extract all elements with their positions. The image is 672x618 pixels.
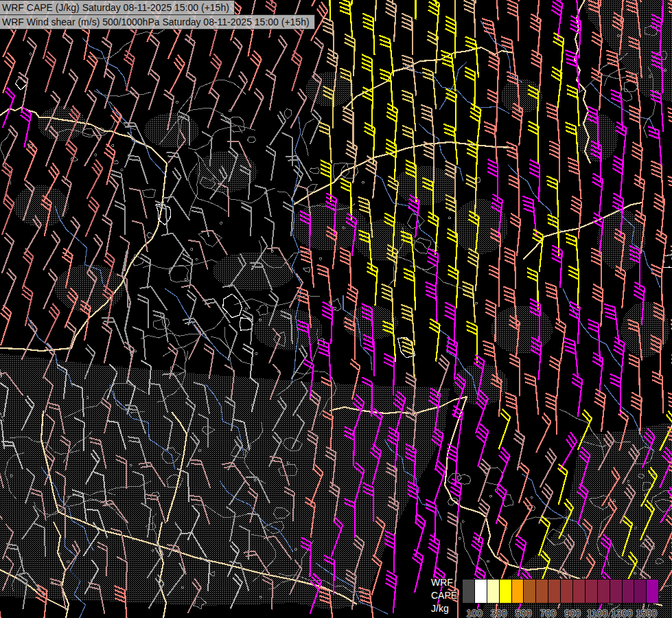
- legend-tick-label: 900: [564, 608, 580, 618]
- legend-tick-label: 1300: [611, 608, 632, 618]
- title-bar: WRF CAPE (J/kg) Saturday 08-11-2025 15:0…: [0, 0, 315, 30]
- title-line-cape: WRF CAPE (J/kg) Saturday 08-11-2025 15:0…: [0, 0, 235, 15]
- legend-tick-label: 100: [466, 608, 482, 618]
- legend-tick-label: 1100: [587, 608, 607, 618]
- legend-tick-label: 500: [515, 608, 531, 618]
- legend-unit-label: WRFCAPEJ/kg: [431, 576, 461, 615]
- legend-label-line: J/kg: [431, 602, 461, 615]
- legend-tick-label: 1500: [636, 608, 657, 618]
- wrf-map-screenshot: WRF CAPE (J/kg) Saturday 08-11-2025 15:0…: [0, 0, 672, 618]
- legend-tick-label: 700: [540, 608, 556, 618]
- weather-map-canvas: [0, 0, 672, 618]
- legend-tick-label: 300: [491, 608, 507, 618]
- title-line-windshear: WRF Wind shear (m/s) 500/1000hPa Saturda…: [0, 14, 315, 30]
- legend-label-line: WRF: [431, 576, 461, 589]
- legend-label-line: CAPE: [431, 589, 461, 602]
- legend-ticks: 100300500700900110013001500: [462, 579, 660, 618]
